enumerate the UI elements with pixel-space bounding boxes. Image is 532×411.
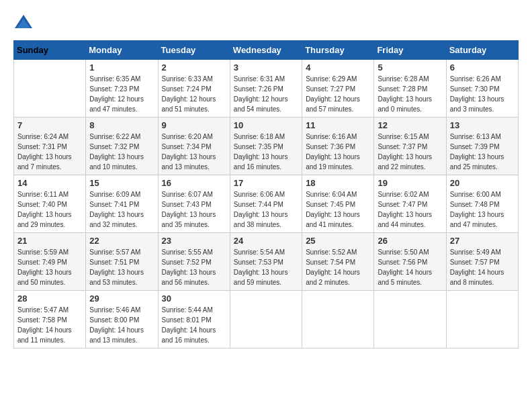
week-row-1: 1Sunrise: 6:35 AMSunset: 7:23 PMDaylight… xyxy=(14,60,519,118)
day-info: Sunrise: 5:47 AMSunset: 7:58 PMDaylight:… xyxy=(17,305,82,345)
calendar-cell: 3Sunrise: 6:31 AMSunset: 7:26 PMDaylight… xyxy=(230,60,302,118)
day-header-sunday: Sunday xyxy=(14,41,86,60)
calendar-cell: 2Sunrise: 6:33 AMSunset: 7:24 PMDaylight… xyxy=(158,60,230,118)
day-info: Sunrise: 6:29 AMSunset: 7:27 PMDaylight:… xyxy=(306,74,370,114)
day-number: 14 xyxy=(17,178,82,188)
week-row-3: 14Sunrise: 6:11 AMSunset: 7:40 PMDayligh… xyxy=(14,175,519,233)
calendar-cell: 9Sunrise: 6:20 AMSunset: 7:34 PMDaylight… xyxy=(158,118,230,175)
day-number: 11 xyxy=(306,120,370,130)
calendar-cell: 14Sunrise: 6:11 AMSunset: 7:40 PMDayligh… xyxy=(14,175,86,233)
day-number: 15 xyxy=(89,178,154,188)
day-info: Sunrise: 6:35 AMSunset: 7:23 PMDaylight:… xyxy=(89,74,154,114)
calendar-cell: 30Sunrise: 5:44 AMSunset: 8:01 PMDayligh… xyxy=(158,291,230,349)
header-row: SundayMondayTuesdayWednesdayThursdayFrid… xyxy=(14,41,519,60)
day-info: Sunrise: 5:52 AMSunset: 7:54 PMDaylight:… xyxy=(306,247,370,287)
calendar-cell xyxy=(14,60,86,118)
day-number: 13 xyxy=(450,120,515,130)
day-number: 19 xyxy=(378,178,442,188)
calendar-cell: 27Sunrise: 5:49 AMSunset: 7:57 PMDayligh… xyxy=(446,233,518,291)
calendar-cell: 20Sunrise: 6:00 AMSunset: 7:48 PMDayligh… xyxy=(446,175,518,233)
day-info: Sunrise: 6:11 AMSunset: 7:40 PMDaylight:… xyxy=(17,189,82,230)
day-number: 9 xyxy=(162,120,226,130)
day-info: Sunrise: 6:09 AMSunset: 7:41 PMDaylight:… xyxy=(89,189,154,230)
week-row-4: 21Sunrise: 5:59 AMSunset: 7:49 PMDayligh… xyxy=(14,233,519,291)
calendar-cell: 1Sunrise: 6:35 AMSunset: 7:23 PMDaylight… xyxy=(86,60,158,118)
day-header-saturday: Saturday xyxy=(446,41,518,60)
page-header xyxy=(13,13,519,34)
day-number: 29 xyxy=(89,293,154,304)
day-number: 26 xyxy=(378,236,442,246)
day-info: Sunrise: 6:07 AMSunset: 7:43 PMDaylight:… xyxy=(162,189,226,230)
day-info: Sunrise: 6:04 AMSunset: 7:45 PMDaylight:… xyxy=(306,189,370,230)
calendar-cell: 6Sunrise: 6:26 AMSunset: 7:30 PMDaylight… xyxy=(446,60,518,118)
day-info: Sunrise: 5:59 AMSunset: 7:49 PMDaylight:… xyxy=(17,247,82,287)
calendar-cell: 11Sunrise: 6:16 AMSunset: 7:36 PMDayligh… xyxy=(302,118,374,175)
day-number: 1 xyxy=(89,62,154,73)
calendar-cell: 13Sunrise: 6:13 AMSunset: 7:39 PMDayligh… xyxy=(446,118,518,175)
day-header-wednesday: Wednesday xyxy=(230,41,302,60)
day-number: 8 xyxy=(89,120,154,130)
day-number: 22 xyxy=(89,236,154,246)
day-info: Sunrise: 5:50 AMSunset: 7:56 PMDaylight:… xyxy=(378,247,442,287)
calendar-cell: 4Sunrise: 6:29 AMSunset: 7:27 PMDaylight… xyxy=(302,60,374,118)
day-number: 7 xyxy=(17,120,82,130)
day-info: Sunrise: 6:26 AMSunset: 7:30 PMDaylight:… xyxy=(450,74,515,114)
calendar-cell xyxy=(374,291,446,349)
day-header-monday: Monday xyxy=(86,41,158,60)
day-number: 28 xyxy=(17,293,82,304)
day-info: Sunrise: 6:20 AMSunset: 7:34 PMDaylight:… xyxy=(162,132,226,172)
day-info: Sunrise: 6:28 AMSunset: 7:28 PMDaylight:… xyxy=(378,74,442,114)
day-header-friday: Friday xyxy=(374,41,446,60)
day-number: 21 xyxy=(17,236,82,246)
day-number: 16 xyxy=(162,178,226,188)
calendar-cell: 16Sunrise: 6:07 AMSunset: 7:43 PMDayligh… xyxy=(158,175,230,233)
day-number: 25 xyxy=(306,236,370,246)
day-info: Sunrise: 6:18 AMSunset: 7:35 PMDaylight:… xyxy=(234,132,298,172)
calendar-cell: 25Sunrise: 5:52 AMSunset: 7:54 PMDayligh… xyxy=(302,233,374,291)
calendar-table: SundayMondayTuesdayWednesdayThursdayFrid… xyxy=(13,40,519,349)
day-info: Sunrise: 6:16 AMSunset: 7:36 PMDaylight:… xyxy=(306,132,370,172)
calendar-cell: 22Sunrise: 5:57 AMSunset: 7:51 PMDayligh… xyxy=(86,233,158,291)
calendar-cell: 17Sunrise: 6:06 AMSunset: 7:44 PMDayligh… xyxy=(230,175,302,233)
calendar-cell: 12Sunrise: 6:15 AMSunset: 7:37 PMDayligh… xyxy=(374,118,446,175)
week-row-2: 7Sunrise: 6:24 AMSunset: 7:31 PMDaylight… xyxy=(14,118,519,175)
day-info: Sunrise: 6:02 AMSunset: 7:47 PMDaylight:… xyxy=(378,189,442,230)
calendar-cell: 29Sunrise: 5:46 AMSunset: 8:00 PMDayligh… xyxy=(86,291,158,349)
calendar-cell xyxy=(302,291,374,349)
calendar-cell: 28Sunrise: 5:47 AMSunset: 7:58 PMDayligh… xyxy=(14,291,86,349)
day-number: 5 xyxy=(378,62,442,73)
week-row-5: 28Sunrise: 5:47 AMSunset: 7:58 PMDayligh… xyxy=(14,291,519,349)
calendar-cell xyxy=(230,291,302,349)
day-number: 17 xyxy=(234,178,298,188)
calendar-cell: 10Sunrise: 6:18 AMSunset: 7:35 PMDayligh… xyxy=(230,118,302,175)
calendar-cell: 24Sunrise: 5:54 AMSunset: 7:53 PMDayligh… xyxy=(230,233,302,291)
day-info: Sunrise: 6:13 AMSunset: 7:39 PMDaylight:… xyxy=(450,132,515,172)
day-number: 23 xyxy=(162,236,226,246)
day-number: 2 xyxy=(162,62,226,73)
day-info: Sunrise: 6:00 AMSunset: 7:48 PMDaylight:… xyxy=(450,189,515,230)
calendar-cell: 19Sunrise: 6:02 AMSunset: 7:47 PMDayligh… xyxy=(374,175,446,233)
logo xyxy=(13,13,36,34)
calendar-cell: 23Sunrise: 5:55 AMSunset: 7:52 PMDayligh… xyxy=(158,233,230,291)
calendar-cell: 18Sunrise: 6:04 AMSunset: 7:45 PMDayligh… xyxy=(302,175,374,233)
day-info: Sunrise: 6:15 AMSunset: 7:37 PMDaylight:… xyxy=(378,132,442,172)
day-info: Sunrise: 6:22 AMSunset: 7:32 PMDaylight:… xyxy=(89,132,154,172)
day-number: 24 xyxy=(234,236,298,246)
calendar-cell xyxy=(446,291,518,349)
calendar-cell: 15Sunrise: 6:09 AMSunset: 7:41 PMDayligh… xyxy=(86,175,158,233)
day-info: Sunrise: 5:57 AMSunset: 7:51 PMDaylight:… xyxy=(89,247,154,287)
day-info: Sunrise: 6:06 AMSunset: 7:44 PMDaylight:… xyxy=(234,189,298,230)
day-number: 27 xyxy=(450,236,515,246)
day-info: Sunrise: 5:49 AMSunset: 7:57 PMDaylight:… xyxy=(450,247,515,287)
day-number: 12 xyxy=(378,120,442,130)
calendar-cell: 8Sunrise: 6:22 AMSunset: 7:32 PMDaylight… xyxy=(86,118,158,175)
calendar-cell: 26Sunrise: 5:50 AMSunset: 7:56 PMDayligh… xyxy=(374,233,446,291)
day-number: 20 xyxy=(450,178,515,188)
logo-icon xyxy=(13,13,34,34)
calendar-cell: 21Sunrise: 5:59 AMSunset: 7:49 PMDayligh… xyxy=(14,233,86,291)
day-number: 4 xyxy=(306,62,370,73)
day-number: 30 xyxy=(162,293,226,304)
day-info: Sunrise: 5:54 AMSunset: 7:53 PMDaylight:… xyxy=(234,247,298,287)
day-header-thursday: Thursday xyxy=(302,41,374,60)
day-header-tuesday: Tuesday xyxy=(158,41,230,60)
